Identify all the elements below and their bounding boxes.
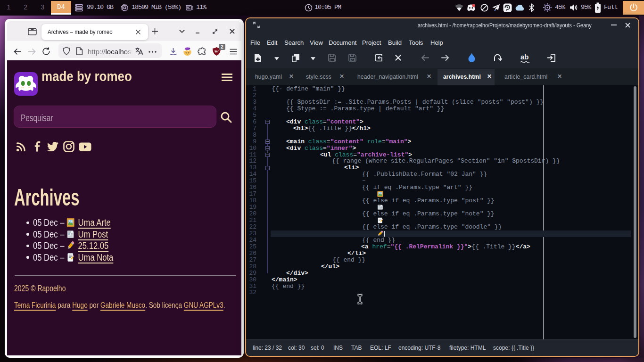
svg-text:A: A (351, 58, 354, 61)
